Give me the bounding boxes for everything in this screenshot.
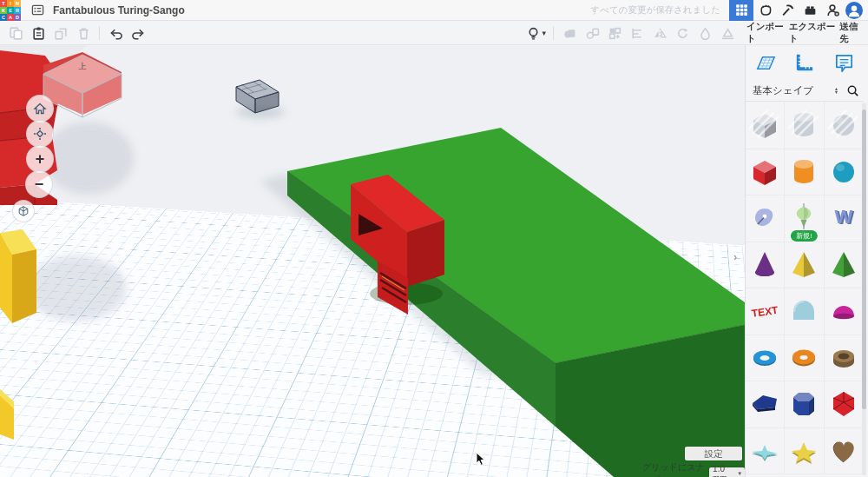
panel-scrollbar[interactable] [862, 103, 866, 475]
shape-scribble-letter-tile[interactable]: WW [825, 195, 864, 242]
shape-round-roof-tile[interactable] [785, 288, 824, 335]
scrollbar-thumb[interactable] [862, 109, 866, 409]
copy-icon[interactable] [5, 23, 26, 43]
flip-icon[interactable] [649, 23, 670, 43]
logo-cell: I [7, 0, 14, 7]
zoom-in-button[interactable]: + [26, 145, 54, 173]
view-options-caret-icon[interactable]: ▾ [542, 29, 546, 37]
new-badge: 新規! [791, 230, 817, 242]
shape-torus-tile[interactable] [746, 335, 785, 382]
brick-icon[interactable] [799, 0, 821, 21]
toolbar-separator [99, 26, 100, 40]
shape-spin-top-tile[interactable]: 新規! [785, 195, 824, 242]
apps-grid-icon[interactable] [729, 0, 753, 21]
header: TINKERCAD Fantabulous Turing-Sango すべての変… [0, 0, 868, 21]
shape-cylinder-tile[interactable] [785, 149, 824, 196]
rotate-icon[interactable] [672, 23, 693, 43]
design-title[interactable]: Fantabulous Turing-Sango [53, 4, 185, 17]
snap-grid-label: グリッドにスナップ [642, 461, 705, 477]
group-icon[interactable] [559, 23, 580, 43]
logo-cell: R [14, 7, 21, 14]
snap-grid-select[interactable]: 1.0 mm ▾ [709, 467, 745, 477]
person-add-icon[interactable] [821, 0, 844, 21]
green-slab-object[interactable] [287, 128, 745, 477]
panel-divider [746, 101, 864, 102]
logo-cell: K [0, 7, 7, 14]
shape-polygon-tile[interactable] [746, 381, 785, 428]
tinkercad-logo[interactable]: TINKERCAD [0, 0, 21, 21]
logo-cell: E [7, 7, 14, 14]
shape-scribble-tile[interactable] [746, 195, 785, 242]
logo-cell: D [14, 14, 21, 21]
design-properties-icon[interactable] [29, 3, 46, 17]
mouse-cursor [476, 452, 486, 470]
shape-star-5-tile[interactable] [785, 428, 824, 475]
shape-box-tile[interactable] [746, 149, 785, 196]
shape-category-row: 基本シェイプ ▴▾ [746, 80, 864, 101]
select-arrows-icon: ▴▾ [835, 87, 838, 94]
shape-hexagonal-prism-tile[interactable] [785, 381, 824, 428]
grid-settings-button[interactable]: 設定 [685, 447, 742, 460]
avatar[interactable] [845, 2, 863, 19]
workplane-tool-icon[interactable] [751, 49, 780, 76]
duplicate-group-icon[interactable] [604, 23, 625, 43]
viewport-canvas[interactable]: 上 + − › 設定 グリッドにスナップ [0, 45, 745, 477]
shape-text-tile[interactable]: TEXT [746, 288, 785, 335]
shape-roof-tile[interactable] [825, 242, 864, 289]
yellow-shapes-left[interactable] [0, 229, 36, 440]
logo-cell: N [14, 0, 21, 7]
send-to-button[interactable]: 送信先 [839, 21, 865, 45]
orbit-button[interactable] [26, 120, 54, 148]
ruler-tool-icon[interactable] [790, 49, 819, 76]
svg-text:W: W [835, 206, 853, 228]
panel-collapse-chevron[interactable]: › [733, 250, 737, 263]
shape-sphere-hole-tile[interactable] [825, 103, 864, 149]
shape-heart-tile[interactable] [825, 428, 864, 475]
redo-icon[interactable] [128, 23, 148, 43]
import-button[interactable]: インポート [746, 21, 789, 45]
shape-sphere-tile[interactable] [825, 149, 864, 196]
panel-actions: インポート エクスポート 送信先 [746, 21, 865, 45]
view-cube-top-label[interactable]: 上 [79, 62, 87, 70]
ungroup-icon[interactable] [582, 23, 602, 43]
lightbulb-icon[interactable] [523, 23, 543, 43]
drop-icon[interactable] [694, 23, 715, 43]
snap-grid-row: グリッドにスナップ 1.0 mm ▾ [642, 461, 745, 477]
save-status: すべての変更が保存されました [591, 4, 720, 17]
delete-icon[interactable] [73, 23, 94, 43]
shape-category-select[interactable]: 基本シェイプ ▴▾ [753, 82, 841, 99]
toolbar-separator [553, 26, 554, 40]
search-icon[interactable] [841, 81, 864, 100]
logo-cell: C [0, 14, 7, 21]
logo-cell: T [0, 0, 7, 7]
caret-down-icon: ▾ [738, 470, 741, 477]
zoom-out-button[interactable]: − [25, 170, 53, 198]
shape-icosahedron-tile[interactable] [825, 381, 864, 428]
align-icon[interactable] [627, 23, 648, 43]
shape-box-hole-tile[interactable] [746, 103, 785, 149]
scene-objects: 上 [0, 45, 745, 477]
shapes-panel: 基本シェイプ ▴▾ 新規!WWTEXT [745, 45, 868, 477]
shape-torus-thick-tile[interactable] [785, 335, 824, 382]
perspective-toggle-button[interactable] [12, 200, 35, 222]
toolbar: ▾ インポート エクスポート 送信先 [0, 21, 868, 45]
paste-icon[interactable] [28, 23, 49, 43]
undo-icon[interactable] [105, 23, 126, 43]
duplicate-icon[interactable] [50, 23, 71, 43]
export-button[interactable]: エクスポート [789, 21, 840, 45]
logo-cell: A [7, 14, 14, 21]
snap-grid-value: 1.0 mm [713, 464, 738, 477]
tinkercad-app: TINKERCAD Fantabulous Turing-Sango すべての変… [0, 0, 868, 477]
hand-icon[interactable] [753, 0, 776, 21]
shape-grid: 新規!WWTEXT [746, 103, 864, 474]
shape-pyramid-tile[interactable] [785, 242, 824, 289]
shape-star-4-tile[interactable] [746, 428, 785, 475]
pickaxe-icon[interactable] [776, 0, 799, 21]
shape-half-sphere-tile[interactable] [825, 288, 864, 335]
notes-tool-icon[interactable] [829, 49, 858, 76]
shape-cylinder-hole-tile[interactable] [785, 103, 824, 149]
workplane-icon[interactable] [717, 23, 738, 43]
shape-cone-tile[interactable] [746, 242, 785, 289]
home-view-button[interactable] [26, 95, 54, 123]
shape-tube-tile[interactable] [825, 335, 864, 382]
